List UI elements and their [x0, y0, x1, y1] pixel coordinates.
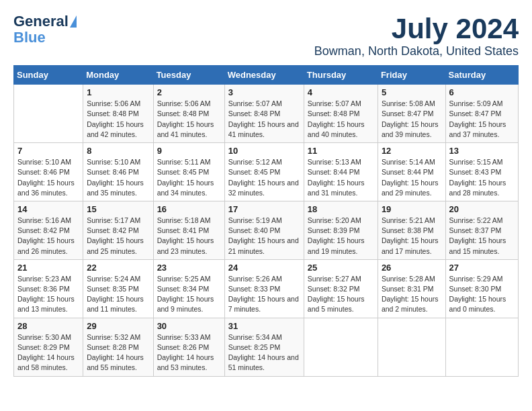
day-number: 29 — [87, 321, 149, 331]
table-row: 11 Sunrise: 5:13 AMSunset: 8:44 PMDaylig… — [304, 143, 378, 201]
calendar-week-row: 14 Sunrise: 5:16 AMSunset: 8:42 PMDaylig… — [14, 201, 519, 259]
day-number: 19 — [382, 204, 442, 214]
day-number: 21 — [17, 263, 79, 273]
day-info: Sunrise: 5:18 AMSunset: 8:41 PMDaylight:… — [157, 216, 214, 255]
table-row: 1 Sunrise: 5:06 AMSunset: 8:48 PMDayligh… — [83, 85, 153, 143]
day-number: 22 — [87, 263, 149, 273]
day-info: Sunrise: 5:22 AMSunset: 8:37 PMDaylight:… — [449, 216, 506, 255]
day-number: 9 — [157, 146, 221, 156]
day-number: 6 — [449, 87, 515, 97]
day-number: 16 — [157, 204, 221, 214]
table-row: 16 Sunrise: 5:18 AMSunset: 8:41 PMDaylig… — [153, 201, 224, 259]
col-saturday: Saturday — [445, 66, 518, 85]
table-row: 26 Sunrise: 5:28 AMSunset: 8:31 PMDaylig… — [378, 259, 445, 318]
day-info: Sunrise: 5:23 AMSunset: 8:36 PMDaylight:… — [17, 275, 75, 314]
day-info: Sunrise: 5:17 AMSunset: 8:42 PMDaylight:… — [87, 216, 144, 255]
day-info: Sunrise: 5:29 AMSunset: 8:30 PMDaylight:… — [449, 275, 506, 314]
day-info: Sunrise: 5:10 AMSunset: 8:46 PMDaylight:… — [87, 158, 144, 197]
day-number: 31 — [228, 321, 300, 331]
day-number: 23 — [157, 263, 221, 273]
table-row: 6 Sunrise: 5:09 AMSunset: 8:47 PMDayligh… — [445, 85, 518, 143]
logo-triangle-icon — [70, 15, 77, 28]
day-number: 17 — [228, 204, 300, 214]
title-area: July 2024 Bowman, North Dakota, United S… — [314, 13, 519, 58]
calendar-week-row: 7 Sunrise: 5:10 AMSunset: 8:46 PMDayligh… — [14, 143, 519, 201]
day-info: Sunrise: 5:19 AMSunset: 8:40 PMDaylight:… — [228, 216, 299, 255]
table-row: 3 Sunrise: 5:07 AMSunset: 8:48 PMDayligh… — [224, 85, 304, 143]
day-number: 30 — [157, 321, 221, 331]
table-row: 30 Sunrise: 5:33 AMSunset: 8:26 PMDaylig… — [153, 318, 224, 376]
table-row: 28 Sunrise: 5:30 AMSunset: 8:29 PMDaylig… — [14, 318, 83, 376]
table-row: 14 Sunrise: 5:16 AMSunset: 8:42 PMDaylig… — [14, 201, 83, 259]
table-row — [445, 318, 518, 376]
day-number: 15 — [87, 204, 149, 214]
table-row — [14, 85, 83, 143]
day-info: Sunrise: 5:09 AMSunset: 8:47 PMDaylight:… — [449, 99, 506, 138]
table-row: 15 Sunrise: 5:17 AMSunset: 8:42 PMDaylig… — [83, 201, 153, 259]
table-row: 10 Sunrise: 5:12 AMSunset: 8:45 PMDaylig… — [224, 143, 304, 201]
day-info: Sunrise: 5:07 AMSunset: 8:48 PMDaylight:… — [308, 99, 365, 138]
day-info: Sunrise: 5:20 AMSunset: 8:39 PMDaylight:… — [308, 216, 365, 255]
table-row: 24 Sunrise: 5:26 AMSunset: 8:33 PMDaylig… — [224, 259, 304, 318]
day-number: 14 — [17, 204, 79, 214]
col-friday: Friday — [378, 66, 445, 85]
day-info: Sunrise: 5:16 AMSunset: 8:42 PMDaylight:… — [17, 216, 75, 255]
table-row: 12 Sunrise: 5:14 AMSunset: 8:44 PMDaylig… — [378, 143, 445, 201]
day-info: Sunrise: 5:10 AMSunset: 8:46 PMDaylight:… — [17, 158, 75, 197]
col-sunday: Sunday — [14, 66, 83, 85]
day-info: Sunrise: 5:33 AMSunset: 8:26 PMDaylight:… — [157, 333, 214, 372]
day-number: 10 — [228, 146, 300, 156]
col-thursday: Thursday — [304, 66, 378, 85]
day-info: Sunrise: 5:21 AMSunset: 8:38 PMDaylight:… — [382, 216, 439, 255]
table-row: 21 Sunrise: 5:23 AMSunset: 8:36 PMDaylig… — [14, 259, 83, 318]
day-number: 28 — [17, 321, 79, 331]
day-info: Sunrise: 5:26 AMSunset: 8:33 PMDaylight:… — [228, 275, 299, 314]
calendar-header-row: Sunday Monday Tuesday Wednesday Thursday… — [14, 66, 519, 85]
table-row — [304, 318, 378, 376]
day-number: 24 — [228, 263, 300, 273]
table-row: 17 Sunrise: 5:19 AMSunset: 8:40 PMDaylig… — [224, 201, 304, 259]
table-row: 13 Sunrise: 5:15 AMSunset: 8:43 PMDaylig… — [445, 143, 518, 201]
table-row: 19 Sunrise: 5:21 AMSunset: 8:38 PMDaylig… — [378, 201, 445, 259]
table-row: 7 Sunrise: 5:10 AMSunset: 8:46 PMDayligh… — [14, 143, 83, 201]
table-row: 5 Sunrise: 5:08 AMSunset: 8:47 PMDayligh… — [378, 85, 445, 143]
calendar-table: Sunday Monday Tuesday Wednesday Thursday… — [13, 65, 519, 376]
day-info: Sunrise: 5:15 AMSunset: 8:43 PMDaylight:… — [449, 158, 506, 197]
day-number: 25 — [308, 263, 374, 273]
day-number: 3 — [228, 87, 300, 97]
logo-text-blue: Blue — [13, 30, 46, 46]
day-info: Sunrise: 5:12 AMSunset: 8:45 PMDaylight:… — [228, 158, 299, 197]
day-number: 11 — [308, 146, 374, 156]
day-info: Sunrise: 5:32 AMSunset: 8:28 PMDaylight:… — [87, 333, 144, 372]
day-info: Sunrise: 5:30 AMSunset: 8:29 PMDaylight:… — [17, 333, 75, 372]
day-number: 26 — [382, 263, 442, 273]
day-info: Sunrise: 5:25 AMSunset: 8:34 PMDaylight:… — [157, 275, 214, 314]
day-info: Sunrise: 5:11 AMSunset: 8:45 PMDaylight:… — [157, 158, 214, 197]
table-row: 22 Sunrise: 5:24 AMSunset: 8:35 PMDaylig… — [83, 259, 153, 318]
day-info: Sunrise: 5:14 AMSunset: 8:44 PMDaylight:… — [382, 158, 439, 197]
col-monday: Monday — [83, 66, 153, 85]
day-number: 2 — [157, 87, 221, 97]
page-header: General Blue July 2024 Bowman, North Dak… — [13, 13, 519, 58]
day-number: 12 — [382, 146, 442, 156]
day-number: 7 — [17, 146, 79, 156]
day-info: Sunrise: 5:06 AMSunset: 8:48 PMDaylight:… — [157, 99, 214, 138]
day-number: 8 — [87, 146, 149, 156]
calendar-title: July 2024 — [314, 13, 519, 44]
day-info: Sunrise: 5:24 AMSunset: 8:35 PMDaylight:… — [87, 275, 144, 314]
table-row: 20 Sunrise: 5:22 AMSunset: 8:37 PMDaylig… — [445, 201, 518, 259]
table-row: 4 Sunrise: 5:07 AMSunset: 8:48 PMDayligh… — [304, 85, 378, 143]
day-info: Sunrise: 5:28 AMSunset: 8:31 PMDaylight:… — [382, 275, 439, 314]
table-row: 23 Sunrise: 5:25 AMSunset: 8:34 PMDaylig… — [153, 259, 224, 318]
table-row: 27 Sunrise: 5:29 AMSunset: 8:30 PMDaylig… — [445, 259, 518, 318]
table-row: 18 Sunrise: 5:20 AMSunset: 8:39 PMDaylig… — [304, 201, 378, 259]
day-number: 18 — [308, 204, 374, 214]
day-info: Sunrise: 5:13 AMSunset: 8:44 PMDaylight:… — [308, 158, 365, 197]
col-wednesday: Wednesday — [224, 66, 304, 85]
table-row: 9 Sunrise: 5:11 AMSunset: 8:45 PMDayligh… — [153, 143, 224, 201]
table-row: 2 Sunrise: 5:06 AMSunset: 8:48 PMDayligh… — [153, 85, 224, 143]
table-row: 8 Sunrise: 5:10 AMSunset: 8:46 PMDayligh… — [83, 143, 153, 201]
calendar-week-row: 21 Sunrise: 5:23 AMSunset: 8:36 PMDaylig… — [14, 259, 519, 318]
table-row: 25 Sunrise: 5:27 AMSunset: 8:32 PMDaylig… — [304, 259, 378, 318]
day-number: 5 — [382, 87, 442, 97]
